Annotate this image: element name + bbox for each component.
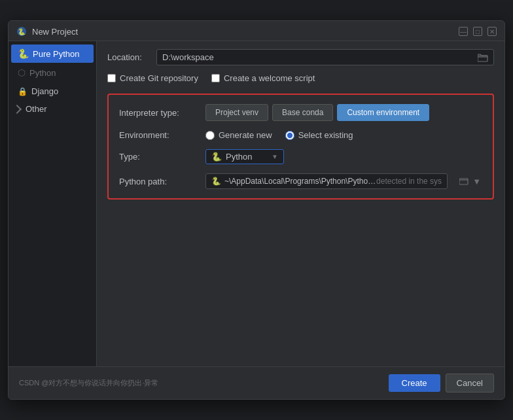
sidebar-group-other[interactable]: Other: [9, 101, 96, 117]
path-dropdown-button[interactable]: ▼: [471, 177, 482, 186]
location-input-wrapper: [156, 49, 494, 65]
welcome-script-label: Create a welcome script: [224, 73, 315, 83]
base-conda-button[interactable]: Base conda: [272, 104, 333, 121]
sidebar-item-pure-python[interactable]: 🐍 Pure Python: [11, 44, 94, 63]
project-venv-button[interactable]: Project venv: [205, 104, 268, 121]
maximize-button[interactable]: □: [473, 27, 482, 36]
svg-text:🐍: 🐍: [18, 27, 26, 36]
git-repo-checkbox-label[interactable]: Create Git repository: [107, 73, 198, 83]
checkbox-row: Create Git repository Create a welcome s…: [107, 72, 494, 84]
type-dropdown[interactable]: 🐍 Python ▼: [205, 149, 284, 164]
path-folder-button[interactable]: [458, 177, 470, 186]
generate-new-radio[interactable]: [205, 131, 215, 140]
sidebar-item-label: Django: [31, 86, 58, 96]
browse-folder-button[interactable]: [475, 53, 488, 62]
sidebar-item-label: Python: [29, 68, 56, 78]
sidebar-item-label: Pure Python: [33, 49, 80, 59]
close-button[interactable]: ✕: [487, 27, 497, 36]
select-existing-text: Select existing: [298, 130, 353, 140]
title-bar: 🐍 New Project — □ ✕: [9, 21, 504, 41]
main-content: Location: Create Git repos: [97, 41, 504, 366]
python-path-label: Python path:: [119, 177, 198, 186]
environment-label: Environment:: [119, 130, 198, 140]
environment-row: Environment: Generate new Select existin…: [119, 130, 482, 140]
new-project-dialog: 🐍 New Project — □ ✕ 🐍 Pure Python ⬡ Pyth…: [8, 20, 505, 400]
dialog-body: 🐍 Pure Python ⬡ Python 🔒 Django Other: [9, 41, 504, 366]
type-label: Type:: [119, 152, 198, 162]
select-existing-radio[interactable]: [285, 131, 294, 140]
sidebar: 🐍 Pure Python ⬡ Python 🔒 Django Other: [9, 41, 97, 366]
python-icon: 🐍: [18, 48, 29, 59]
welcome-script-checkbox-label[interactable]: Create a welcome script: [211, 73, 315, 83]
python-type-icon: 🐍: [211, 152, 222, 162]
dialog-title: New Project: [32, 27, 78, 37]
svg-rect-2: [478, 56, 487, 61]
sidebar-group-label: Other: [26, 104, 47, 114]
python-dim-icon: ⬡: [18, 67, 26, 78]
environment-radio-group: Generate new Select existing: [205, 130, 353, 140]
git-repo-checkbox[interactable]: [107, 74, 116, 82]
python-path-row: Python path: 🐍 ~\AppData\Local\Programs\…: [119, 173, 482, 189]
chevron-right-icon: [12, 104, 22, 113]
svg-rect-3: [459, 179, 468, 184]
create-button[interactable]: Create: [389, 374, 440, 392]
type-row: Type: 🐍 Python ▼: [119, 149, 482, 164]
interpreter-box: Interpreter type: Project venv Base cond…: [107, 94, 494, 200]
location-label: Location:: [107, 52, 150, 62]
type-select-text: Python: [226, 152, 268, 162]
title-bar-left: 🐍 New Project: [16, 26, 78, 37]
welcome-script-checkbox[interactable]: [211, 74, 220, 82]
python-path-wrapper: 🐍 ~\AppData\Local\Programs\Python\Python…: [205, 173, 448, 189]
path-buttons: ▼: [458, 177, 482, 186]
interpreter-type-label: Interpreter type:: [119, 108, 198, 118]
type-dropdown-arrow: ▼: [272, 153, 278, 160]
git-repo-label: Create Git repository: [120, 73, 198, 83]
custom-environment-button[interactable]: Custom environment: [337, 104, 429, 121]
cancel-button[interactable]: Cancel: [446, 374, 494, 393]
sidebar-item-python: ⬡ Python: [11, 63, 94, 82]
python-path-icon: 🐍: [211, 177, 221, 186]
location-input[interactable]: [162, 52, 475, 62]
minimize-button[interactable]: —: [459, 27, 468, 36]
select-existing-label[interactable]: Select existing: [285, 130, 353, 140]
location-row: Location:: [107, 49, 494, 65]
generate-new-text: Generate new: [219, 130, 272, 140]
generate-new-label[interactable]: Generate new: [205, 130, 272, 140]
lock-icon: 🔒: [18, 87, 27, 96]
title-bar-controls: — □ ✕: [459, 27, 497, 36]
interpreter-type-row: Interpreter type: Project venv Base cond…: [119, 104, 482, 121]
watermark-text: CSDN @对方不想与你说话并向你扔出·异常: [19, 378, 158, 388]
python-path-text: ~\AppData\Local\Programs\Python\Python31…: [224, 177, 376, 186]
app-icon: 🐍: [16, 26, 27, 37]
detected-text: detected in the sys: [376, 177, 442, 186]
interpreter-type-buttons: Project venv Base conda Custom environme…: [205, 104, 429, 121]
sidebar-item-django[interactable]: 🔒 Django: [11, 82, 94, 100]
bottom-bar: CSDN @对方不想与你说话并向你扔出·异常 Create Cancel: [9, 366, 504, 399]
